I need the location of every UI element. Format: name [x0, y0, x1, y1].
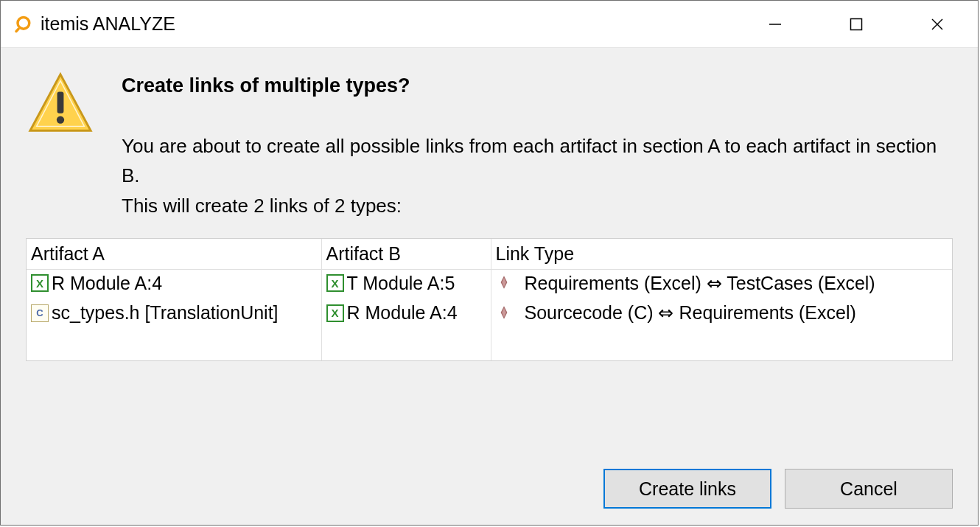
- column-header-artifact-a[interactable]: Artifact A: [27, 239, 321, 270]
- artifact-b-label: R Module A:4: [347, 302, 458, 324]
- dialog-body: You are about to create all possible lin…: [122, 131, 953, 220]
- maximize-button[interactable]: [816, 1, 897, 47]
- dialog-button-row: Create links Cancel: [26, 447, 953, 509]
- dialog-window: itemis ANALYZE: [0, 0, 979, 526]
- link-type-icon: [496, 274, 514, 292]
- create-links-button[interactable]: Create links: [603, 469, 771, 509]
- table-row[interactable]: sc_types.h [TranslationUnit]R Module A:4…: [27, 299, 952, 329]
- svg-rect-8: [57, 91, 64, 113]
- svg-point-9: [57, 116, 64, 123]
- dialog-content: Create links of multiple types? You are …: [1, 48, 978, 525]
- links-table: Artifact A Artifact B Link Type R Module…: [26, 238, 953, 361]
- warning-icon: [26, 70, 95, 139]
- artifact-b-label: T Module A:5: [347, 273, 455, 294]
- artifact-a-label: sc_types.h [TranslationUnit]: [52, 302, 279, 324]
- c-file-icon: [31, 304, 49, 322]
- excel-icon: [31, 274, 49, 292]
- link-type-label: Requirements (Excel) ⇔ TestCases (Excel): [524, 273, 875, 294]
- column-header-link-type[interactable]: Link Type: [491, 239, 952, 270]
- window-controls: [735, 1, 978, 47]
- dialog-body-line1: You are about to create all possible lin…: [122, 135, 937, 186]
- app-icon: [13, 14, 33, 35]
- cancel-button[interactable]: Cancel: [785, 469, 953, 509]
- svg-rect-3: [851, 18, 862, 29]
- column-header-artifact-b[interactable]: Artifact B: [321, 239, 491, 270]
- table-empty-row: [27, 329, 952, 360]
- svg-point-0: [18, 17, 29, 29]
- table-row[interactable]: R Module A:4T Module A:5 Requirements (E…: [27, 269, 952, 299]
- excel-icon: [326, 304, 344, 322]
- dialog-body-line2: This will create 2 links of 2 types:: [122, 195, 402, 217]
- close-button[interactable]: [897, 1, 978, 47]
- artifact-a-label: R Module A:4: [52, 273, 162, 294]
- link-type-icon: [496, 304, 514, 322]
- title-bar: itemis ANALYZE: [1, 1, 978, 48]
- link-type-label: Sourcecode (C) ⇔ Requirements (Excel): [524, 302, 855, 324]
- dialog-heading: Create links of multiple types?: [122, 74, 953, 97]
- window-title: itemis ANALYZE: [41, 13, 175, 35]
- minimize-button[interactable]: [735, 1, 816, 47]
- excel-icon: [326, 274, 344, 292]
